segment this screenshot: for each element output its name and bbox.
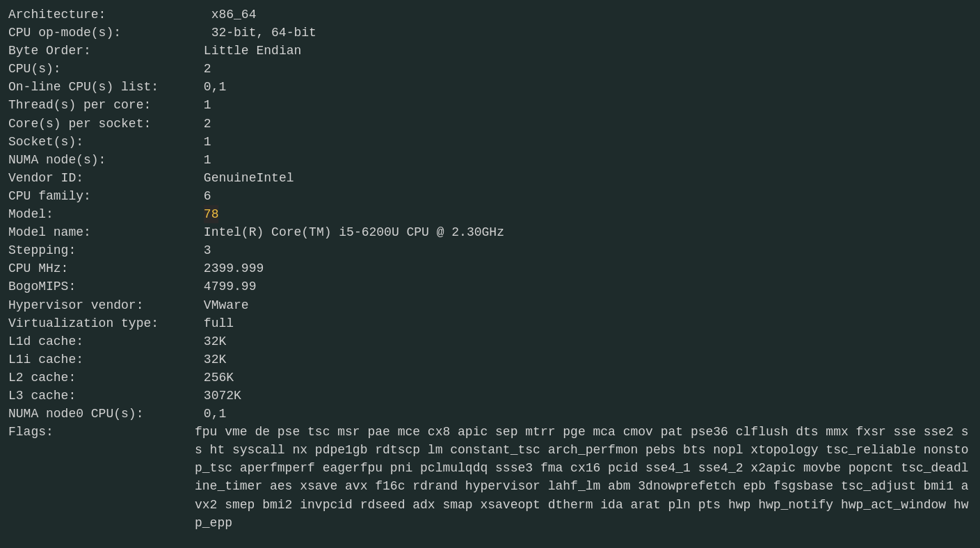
row-value: 32K	[204, 350, 226, 369]
row-key: NUMA node(s):	[8, 151, 204, 169]
row-value: 1	[204, 151, 211, 169]
row-key: Hypervisor vendor:	[8, 296, 204, 314]
output-row: NUMA node0 CPU(s): 0,1	[8, 405, 972, 423]
row-value: 2	[204, 115, 211, 133]
row-key: Stepping:	[8, 241, 204, 259]
row-value: 32-bit, 64-bit	[211, 24, 316, 42]
output-row: Byte Order: Little Endian	[8, 42, 972, 60]
row-value: 2399.999	[204, 259, 264, 277]
row-key: CPU(s):	[8, 60, 204, 78]
output-row: CPU op-mode(s): 32-bit, 64-bit	[8, 24, 972, 42]
flags-row: Flags: fpu vme de pse tsc msr pae mce cx…	[8, 423, 972, 532]
row-value: 256K	[204, 369, 234, 387]
flags-line: Flags: fpu vme de pse tsc msr pae mce cx…	[8, 423, 972, 532]
output-row: On-line CPU(s) list: 0,1	[8, 78, 972, 96]
row-key: On-line CPU(s) list:	[8, 78, 204, 96]
output-row: Hypervisor vendor: VMware	[8, 296, 972, 314]
row-value: x86_64	[211, 6, 257, 24]
row-value: 78	[204, 205, 219, 223]
output-row: Vendor ID: GenuineIntel	[8, 169, 972, 187]
row-key: L3 cache:	[8, 387, 204, 405]
row-key: Model:	[8, 205, 204, 223]
row-value: full	[204, 314, 234, 332]
row-key: L2 cache:	[8, 369, 204, 387]
row-key: Model name:	[8, 223, 204, 241]
row-key: NUMA node0 CPU(s):	[8, 405, 204, 423]
row-key: Thread(s) per core:	[8, 96, 204, 114]
row-value: 1	[204, 133, 211, 151]
output-row: Stepping: 3	[8, 241, 972, 259]
output-row: BogoMIPS: 4799.99	[8, 277, 972, 296]
row-value: GenuineIntel	[204, 169, 294, 187]
output-row: L1d cache: 32K	[8, 332, 972, 350]
row-value: 4799.99	[204, 277, 257, 296]
flags-value: fpu vme de pse tsc msr pae mce cx8 apic …	[195, 423, 972, 532]
row-key: BogoMIPS:	[8, 277, 204, 296]
flags-key: Flags:	[8, 423, 195, 532]
row-value: Little Endian	[204, 42, 301, 60]
output-row: CPU MHz: 2399.999	[8, 259, 972, 277]
row-key: CPU MHz:	[8, 259, 204, 277]
output-row: NUMA node(s): 1	[8, 151, 972, 169]
row-key: CPU op-mode(s):	[8, 24, 211, 42]
row-value: 1	[204, 96, 211, 114]
output-row: Model name: Intel(R) Core(TM) i5-6200U C…	[8, 223, 972, 241]
output-row: Model: 78	[8, 205, 972, 223]
output-row: Virtualization type: full	[8, 314, 972, 332]
output-row: L3 cache: 3072K	[8, 387, 972, 405]
row-key: Vendor ID:	[8, 169, 204, 187]
row-value: VMware	[204, 296, 249, 314]
row-value: 0,1	[204, 78, 226, 96]
row-key: Socket(s):	[8, 133, 204, 151]
row-key: Virtualization type:	[8, 314, 204, 332]
row-value: 3072K	[204, 387, 241, 405]
output-row: CPU(s): 2	[8, 60, 972, 78]
row-key: L1i cache:	[8, 350, 204, 369]
row-value: Intel(R) Core(TM) i5-6200U CPU @ 2.30GHz	[204, 223, 504, 241]
row-value: 3	[204, 241, 211, 259]
output-row: Core(s) per socket: 2	[8, 115, 972, 133]
output-rows: Architecture: x86_64CPU op-mode(s): 32-b…	[8, 6, 972, 423]
row-key: Core(s) per socket:	[8, 115, 204, 133]
row-value: 6	[204, 187, 211, 205]
row-key: Architecture:	[8, 6, 211, 24]
output-row: Thread(s) per core: 1	[8, 96, 972, 114]
row-key: L1d cache:	[8, 332, 204, 350]
row-value: 32K	[204, 332, 226, 350]
row-value: 2	[204, 60, 211, 78]
output-row: Architecture: x86_64	[8, 6, 972, 24]
row-key: CPU family:	[8, 187, 204, 205]
output-row: L2 cache: 256K	[8, 369, 972, 387]
row-value: 0,1	[204, 405, 226, 423]
output-row: Socket(s): 1	[8, 133, 972, 151]
terminal: Architecture: x86_64CPU op-mode(s): 32-b…	[8, 6, 972, 532]
row-key: Byte Order:	[8, 42, 204, 60]
output-row: L1i cache: 32K	[8, 350, 972, 369]
output-row: CPU family: 6	[8, 187, 972, 205]
